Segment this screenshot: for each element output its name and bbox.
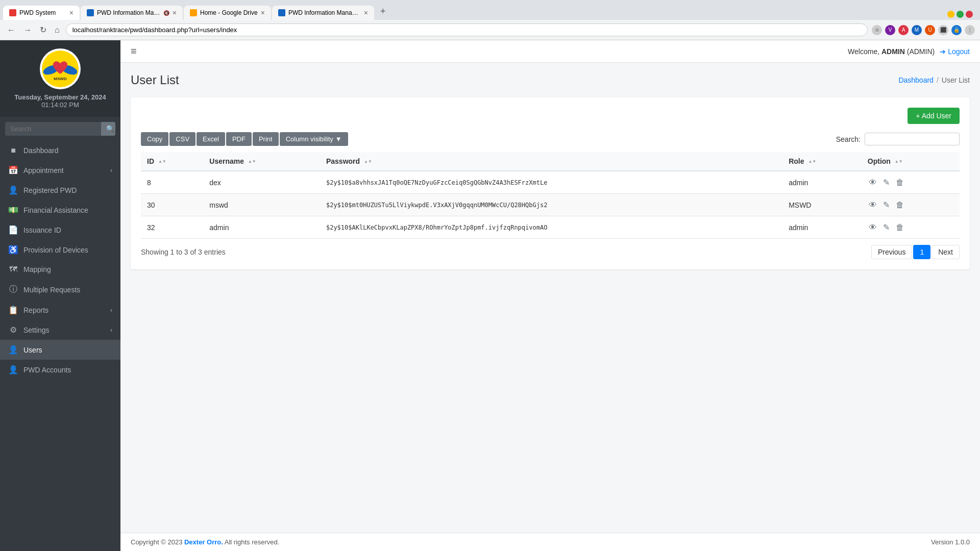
new-tab-button[interactable]: + xyxy=(375,3,391,20)
edit-button[interactable]: ✎ xyxy=(882,177,891,188)
cell-id: 8 xyxy=(141,171,203,194)
tab-3-icon xyxy=(190,9,197,16)
sidebar-item-label: Reports xyxy=(23,306,105,314)
cell-option: 👁 ✎ 🗑 xyxy=(862,216,960,239)
minimize-button[interactable] xyxy=(947,11,954,18)
tab-2-mute[interactable]: 🔇 xyxy=(163,10,169,16)
sidebar-item-label: Users xyxy=(23,346,112,354)
tab-3-close[interactable]: × xyxy=(261,9,265,17)
print-button[interactable]: Print xyxy=(253,132,279,146)
url-input[interactable] xyxy=(72,26,861,34)
menu-toggle-button[interactable]: ≡ xyxy=(131,45,137,57)
close-button[interactable] xyxy=(966,11,973,18)
tab-3-title: Home - Google Drive xyxy=(200,9,258,16)
view-button[interactable]: 👁 xyxy=(868,177,878,188)
sidebar-item-issuance-id[interactable]: 📄 Issuance ID xyxy=(0,220,120,240)
col-role: Role ▲▼ xyxy=(782,152,862,171)
sort-icon-id[interactable]: ▲▼ xyxy=(158,160,166,164)
sidebar-item-registered-pwd[interactable]: 👤 Registered PWD xyxy=(0,180,120,200)
tab-4[interactable]: PWD Information Manage... × xyxy=(272,6,374,20)
sidebar-search-input[interactable] xyxy=(5,122,101,136)
sidebar-search-wrap: 🔍 xyxy=(5,122,115,136)
entries-info: Showing 1 to 3 of 3 entries xyxy=(141,248,226,256)
extension-icon-5[interactable]: ⬛ xyxy=(938,25,948,35)
more-options-icon[interactable]: ⋮ xyxy=(965,25,975,35)
browser-toolbar: ← → ↻ ⌂ ☆ V A M U ⬛ 🔒 ⋮ xyxy=(0,20,980,40)
sort-icon-role[interactable]: ▲▼ xyxy=(808,160,816,164)
copy-button[interactable]: Copy xyxy=(141,132,168,146)
sidebar: MSWD Tuesday, September 24, 2024 01:14:0… xyxy=(0,40,120,551)
logout-button[interactable]: ➔ Logout xyxy=(940,47,970,56)
delete-button[interactable]: 🗑 xyxy=(895,177,905,188)
cell-username: admin xyxy=(203,216,320,239)
sidebar-item-appointment[interactable]: 📅 Appointment ‹ xyxy=(0,160,120,180)
address-bar[interactable] xyxy=(66,23,868,36)
cell-password: $2y$10$mt0HUZUSTu5LlViykwpdE.V3xAXjV0gqq… xyxy=(320,194,782,216)
reports-icon: 📋 xyxy=(8,305,18,315)
sidebar-item-users[interactable]: 👤 Users xyxy=(0,340,120,360)
previous-button[interactable]: Previous xyxy=(871,245,912,259)
users-icon: 👤 xyxy=(8,345,18,355)
back-button[interactable]: ← xyxy=(5,23,17,37)
cell-role: admin xyxy=(782,216,862,239)
sidebar-item-label: Financial Assistance xyxy=(23,206,112,214)
page-1-button[interactable]: 1 xyxy=(913,245,930,259)
issuance-id-icon: 📄 xyxy=(8,225,18,235)
page-title: User List xyxy=(131,73,179,87)
copyright-text: Copyright © 2023 xyxy=(131,538,184,546)
tab-4-icon xyxy=(278,9,285,16)
tab-4-title: PWD Information Manage... xyxy=(288,9,361,16)
tab-3[interactable]: Home - Google Drive × xyxy=(184,6,271,20)
delete-button[interactable]: 🗑 xyxy=(895,222,905,233)
tab-1[interactable]: PWD System × xyxy=(3,6,80,20)
topbar-left: ≡ xyxy=(131,45,137,57)
sidebar-item-financial-assistance[interactable]: 💵 Financial Assistance xyxy=(0,200,120,220)
sort-icon-username[interactable]: ▲▼ xyxy=(248,160,256,164)
view-button[interactable]: 👁 xyxy=(868,199,878,211)
maximize-button[interactable] xyxy=(957,11,964,18)
edit-button[interactable]: ✎ xyxy=(882,199,891,211)
view-button[interactable]: 👁 xyxy=(868,222,878,233)
cell-username: dex xyxy=(203,171,320,194)
reports-arrow: ‹ xyxy=(110,307,112,314)
extension-icon-4[interactable]: U xyxy=(925,25,935,35)
sidebar-item-settings[interactable]: ⚙ Settings ‹ xyxy=(0,320,120,340)
logo-circle: MSWD xyxy=(40,48,81,89)
add-user-button[interactable]: + Add User xyxy=(908,108,960,124)
edit-button[interactable]: ✎ xyxy=(882,221,891,233)
sort-icon-option[interactable]: ▲▼ xyxy=(895,160,903,164)
home-button[interactable]: ⌂ xyxy=(53,23,62,37)
footer-author-link[interactable]: Dexter Orro. xyxy=(184,538,223,546)
extension-icon-1[interactable]: V xyxy=(885,25,895,35)
sidebar-item-multiple-requests[interactable]: ⓘ Multiple Requests xyxy=(0,279,120,300)
sidebar-item-provision-of-devices[interactable]: ♿ Provision of Devices xyxy=(0,240,120,260)
refresh-button[interactable]: ↻ xyxy=(38,23,48,37)
extension-icon-3[interactable]: M xyxy=(912,25,922,35)
financial-assistance-icon: 💵 xyxy=(8,205,18,215)
pdf-button[interactable]: PDF xyxy=(226,132,252,146)
extension-icon-2[interactable]: A xyxy=(898,25,909,35)
sidebar-item-label: Appointment xyxy=(23,166,105,174)
forward-button[interactable]: → xyxy=(21,23,34,37)
csv-button[interactable]: CSV xyxy=(169,132,195,146)
tab-2-close[interactable]: × xyxy=(173,9,177,17)
next-button[interactable]: Next xyxy=(932,245,960,259)
table-row: 32 admin $2y$10$AKlLKeCbpvxKLapZPX8/ROhm… xyxy=(141,216,960,239)
sidebar-search-button[interactable]: 🔍 xyxy=(101,122,115,136)
extension-icon-6[interactable]: 🔒 xyxy=(951,25,962,35)
bookmark-icon[interactable]: ☆ xyxy=(872,25,882,35)
sidebar-item-reports[interactable]: 📋 Reports ‹ xyxy=(0,300,120,320)
sort-icon-password[interactable]: ▲▼ xyxy=(364,160,372,164)
delete-button[interactable]: 🗑 xyxy=(895,199,905,211)
tab-2[interactable]: PWD Information Manage... 🔇 × xyxy=(81,6,183,20)
breadcrumb-home[interactable]: Dashboard xyxy=(898,76,934,84)
sidebar-item-dashboard[interactable]: ■ Dashboard xyxy=(0,141,120,160)
footer-copyright: Copyright © 2023 Dexter Orro. All rights… xyxy=(131,538,279,546)
sidebar-item-mapping[interactable]: 🗺 Mapping xyxy=(0,260,120,279)
tab-4-close[interactable]: × xyxy=(364,9,368,17)
tab-1-close[interactable]: × xyxy=(69,9,74,17)
table-search-input[interactable] xyxy=(865,133,960,145)
column-visibility-button[interactable]: Column visibility ▼ xyxy=(280,132,348,146)
excel-button[interactable]: Excel xyxy=(197,132,225,146)
sidebar-item-pwd-accounts[interactable]: 👤 PWD Accounts xyxy=(0,360,120,380)
